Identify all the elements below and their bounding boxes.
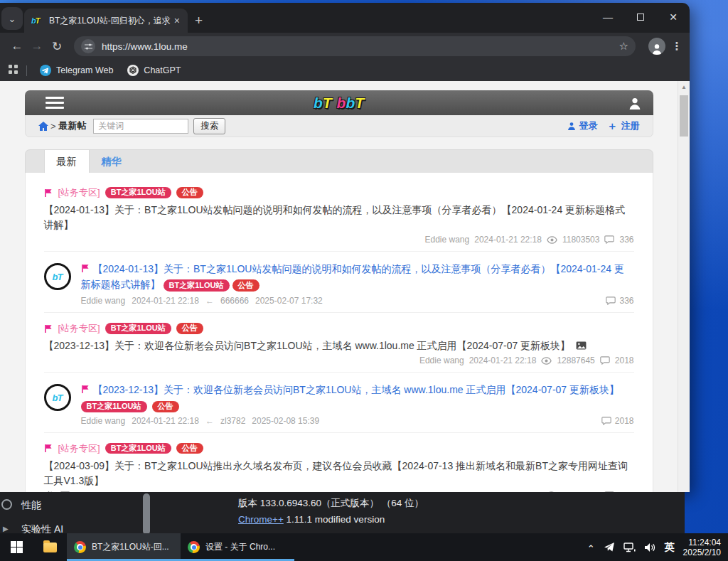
- maximize-button[interactable]: [624, 3, 657, 31]
- tab-digest[interactable]: 精华: [90, 150, 134, 173]
- post-badge[interactable]: BT之家1LOU站: [164, 279, 230, 292]
- url-text[interactable]: https://www.1lou.me: [102, 41, 619, 52]
- post-title-link[interactable]: 【2023-12-13】关于：欢迎各位新老会员访问BT之家1LOU站，主域名 w…: [81, 382, 634, 397]
- flag-icon: [44, 324, 53, 333]
- post-badge[interactable]: 公告: [152, 401, 179, 412]
- home-icon[interactable]: [38, 122, 48, 131]
- new-tab-button[interactable]: +: [195, 13, 203, 28]
- performance-icon: [1, 499, 12, 510]
- breadcrumb-current[interactable]: 最新帖: [58, 119, 86, 132]
- chatgpt-icon: [127, 65, 139, 76]
- windows-logo-icon: [11, 541, 23, 554]
- chrome-plus-link[interactable]: Chrome++: [238, 514, 284, 525]
- register-link[interactable]: 注册: [621, 119, 640, 132]
- search-button[interactable]: 搜索: [193, 118, 225, 134]
- back-button[interactable]: ←: [7, 39, 27, 53]
- flag-icon: [44, 444, 53, 453]
- last-reply-time: 2025-02-07 17:32: [255, 296, 323, 306]
- post-body: 【2023-12-13】关于：欢迎各位新老会员访问BT之家1LOU站，主域名 w…: [81, 382, 634, 426]
- last-reply-user[interactable]: zl3782: [220, 416, 245, 426]
- bookmark-star-icon[interactable]: ☆: [619, 40, 628, 53]
- close-button[interactable]: ✕: [657, 3, 690, 31]
- browser-menu-icon[interactable]: ⋮: [671, 40, 682, 53]
- tray-telegram-icon[interactable]: [604, 542, 615, 552]
- bookmark-telegram[interactable]: Telegram Web: [36, 65, 117, 76]
- browser-tab[interactable]: bT BT之家1LOU站-回归初心，追求 ×: [24, 9, 188, 33]
- search-input[interactable]: [93, 119, 188, 134]
- post-body: 【2024-01-13】关于：BT之家1LOU站发帖问题的说明和如何发帖的流程，…: [81, 261, 634, 306]
- avatar[interactable]: bT: [44, 384, 71, 411]
- post-badge[interactable]: BT之家1LOU站: [105, 323, 171, 334]
- post-title-link[interactable]: 【2024-01-13】关于：BT之家1LOU站发帖问题的说明和如何发帖的流程，…: [81, 261, 634, 292]
- settings-scrollbar-thumb[interactable]: [143, 493, 150, 535]
- post-badge[interactable]: BT之家1LOU站: [105, 187, 171, 198]
- clock-time: 11:24:04: [683, 538, 721, 547]
- post-badge[interactable]: 公告: [176, 443, 203, 454]
- header-user-icon[interactable]: [628, 96, 642, 113]
- address-bar[interactable]: https://www.1lou.me ☆: [74, 36, 636, 56]
- comments-icon: [606, 296, 616, 305]
- tab-strip: ⌄ bT BT之家1LOU站-回归初心，追求 × + — ✕: [0, 3, 690, 33]
- site-settings-icon[interactable]: [81, 39, 95, 53]
- comments-icon: [601, 417, 611, 425]
- post-badge[interactable]: BT之家1LOU站: [105, 443, 171, 454]
- post-date: 2024-01-21 22:18: [474, 235, 542, 245]
- start-button[interactable]: [0, 533, 33, 561]
- post-title[interactable]: 【2024-01-13】关于：BT之家1LOU站发帖问题的说明和如何发帖的流程，…: [44, 203, 634, 233]
- window-controls: — ✕: [592, 3, 690, 31]
- tray-network-icon[interactable]: [623, 543, 636, 552]
- tray-clock[interactable]: 11:24:04 2025/2/10: [683, 538, 721, 557]
- post-date: 2024-01-21 22:18: [132, 416, 199, 426]
- post-author[interactable]: Eddie wang: [419, 356, 464, 365]
- post-author[interactable]: Eddie wang: [81, 416, 126, 426]
- folder-icon: [43, 543, 57, 552]
- post-title[interactable]: 【2023-12-13】关于：欢迎各位新老会员访问BT之家1LOU站，主域名 w…: [44, 338, 634, 353]
- menu-hamburger-icon[interactable]: [39, 93, 70, 112]
- flag-icon: [81, 385, 90, 394]
- post-author[interactable]: Eddie wang: [425, 235, 470, 245]
- post-category[interactable]: [站务专区]: [58, 186, 100, 199]
- tray-language-indicator[interactable]: 英: [665, 541, 675, 554]
- avatar[interactable]: bT: [44, 263, 71, 290]
- post-badge[interactable]: 公告: [232, 279, 259, 292]
- register-plus-icon: ＋: [607, 119, 618, 133]
- tray-expand-icon[interactable]: ⌃: [587, 543, 595, 554]
- post-badge[interactable]: 公告: [176, 187, 203, 198]
- comments-icon: [600, 356, 610, 365]
- file-explorer-button[interactable]: [33, 533, 67, 561]
- scrollbar-thumb[interactable]: [680, 95, 688, 137]
- post-author[interactable]: Eddie wang: [81, 296, 126, 306]
- bookmark-chatgpt[interactable]: ChatGPT: [123, 65, 185, 76]
- site-favicon-icon: bT: [31, 17, 44, 25]
- tray-volume-icon[interactable]: [644, 543, 656, 552]
- view-count: 12887645: [557, 356, 594, 365]
- sidebar-item-performance[interactable]: 性能: [21, 499, 41, 512]
- taskbar-task-browser[interactable]: BT之家1LOU站-回...: [67, 533, 181, 561]
- apps-grid-icon[interactable]: [9, 64, 18, 77]
- profile-avatar-icon[interactable]: [648, 38, 665, 55]
- post-badge-row: [站务专区]BT之家1LOU站公告: [44, 186, 634, 199]
- browser-window: ⌄ bT BT之家1LOU站-回归初心，追求 × + — ✕ ← → ↻ htt…: [0, 3, 690, 492]
- comment-count: 2018: [615, 356, 634, 365]
- post-category[interactable]: [站务专区]: [58, 442, 100, 455]
- bookmark-label: Telegram Web: [56, 65, 113, 75]
- tab-search-button[interactable]: ⌄: [1, 7, 23, 30]
- minimize-button[interactable]: —: [592, 3, 624, 31]
- forward-button[interactable]: →: [27, 39, 47, 53]
- page-scrollbar[interactable]: ▲: [678, 81, 690, 492]
- site-logo[interactable]: bTbbT: [314, 95, 364, 110]
- last-reply-user[interactable]: 666666: [220, 296, 249, 306]
- post-category[interactable]: [站务专区]: [58, 322, 100, 335]
- login-link[interactable]: 登录: [579, 119, 598, 132]
- reload-button[interactable]: ↻: [47, 39, 67, 54]
- tab-latest[interactable]: 最新: [44, 150, 90, 173]
- post-title[interactable]: 【2024-03-09】关于：BT之家1LOU站推出永久域名发布页，建议各位会员…: [44, 459, 634, 488]
- flag-icon: [44, 188, 53, 198]
- chrome-icon: [188, 541, 200, 553]
- taskbar-task-settings[interactable]: 设置 - 关于 Chro...: [181, 533, 294, 561]
- post-badge[interactable]: 公告: [176, 323, 203, 334]
- post-meta: Eddie wang2024-01-21 22:18128876452018: [44, 356, 634, 365]
- post-badge[interactable]: BT之家1LOU站: [81, 401, 147, 412]
- tab-close-icon[interactable]: ×: [172, 15, 182, 26]
- scrollbar-up-icon[interactable]: ▲: [678, 81, 690, 90]
